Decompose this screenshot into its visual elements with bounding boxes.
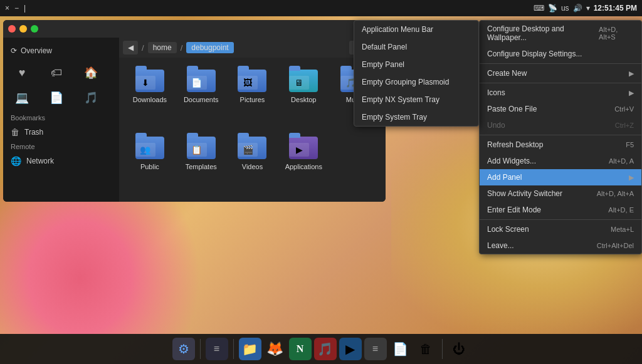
path-current[interactable]: debugpoint	[186, 42, 233, 53]
ctx-divider-3	[480, 135, 641, 135]
sidebar-overview[interactable]: ⟳ Overview	[3, 43, 119, 59]
sidebar-trash[interactable]: 🗑 Trash	[3, 124, 119, 140]
ctx-add-panel[interactable]: Add Panel ▶	[480, 169, 641, 185]
taskbar-power-icon[interactable]: ⏻	[448, 338, 470, 360]
fm-min-btn[interactable]	[19, 25, 27, 33]
ctx-leave-label: Leave...	[487, 241, 514, 250]
folder-applications-inner-icon: ▶	[289, 143, 309, 157]
ctx-refresh-shortcut: F5	[626, 141, 634, 148]
sidebar-place-home[interactable]: 🏠	[80, 61, 102, 84]
ctx-paste-file-shortcut: Ctrl+V	[614, 105, 634, 113]
ctx-add-panel-label: Add Panel	[487, 173, 522, 182]
desktop-context-menu: Configure Desktop and Wallpaper... Alt+D…	[479, 20, 642, 254]
folder-public-inner-icon: 👥	[135, 143, 155, 157]
volume-icon[interactable]: 🔊	[573, 4, 582, 13]
submenu-app-menu-bar[interactable]: Application Menu Bar	[354, 21, 478, 38]
folder-applications-label: Applications	[285, 163, 322, 170]
submenu-empty-system-tray[interactable]: Empty System Tray	[354, 108, 478, 126]
folder-documents[interactable]: 📄 Documents	[177, 64, 226, 128]
overview-icon: ⟳	[11, 46, 17, 55]
taskbar-editor-icon[interactable]: N	[289, 338, 312, 360]
taskbar-bar-icon[interactable]: ≡	[364, 338, 387, 360]
submenu-empty-panel-label: Empty Panel	[362, 60, 404, 69]
submenu-default-panel[interactable]: Default Panel	[354, 38, 478, 56]
file-manager-sidebar: ⟳ Overview ♥ 🏷 🏠 💻 📄 🎵 Bookmarks 🗑 Trash…	[3, 38, 119, 202]
ctx-refresh[interactable]: Refresh Desktop F5	[480, 137, 641, 153]
fm-max-btn[interactable]	[31, 25, 38, 33]
sidebar-remote-header: Remote	[3, 140, 119, 153]
folder-desktop[interactable]: 🖥 Desktop	[279, 64, 328, 128]
folder-pictures-icon: 🖼	[236, 68, 268, 94]
ctx-activity-switcher-label: Show Activity Switcher	[487, 189, 562, 198]
folder-documents-inner-icon: 📄	[187, 76, 207, 90]
taskbar-plasma-icon[interactable]: ⚙	[172, 338, 195, 360]
folder-public[interactable]: 👥 Public	[125, 131, 174, 195]
sidebar-network[interactable]: 🌐 Network	[3, 153, 119, 169]
submenu-empty-nx-tray[interactable]: Empty NX System Tray	[354, 91, 478, 108]
keyboard-icon[interactable]: ⌨	[534, 4, 544, 13]
window-close-icon[interactable]: ×	[5, 4, 9, 13]
ctx-lock-screen-shortcut: Meta+L	[611, 226, 634, 233]
ctx-lock-screen[interactable]: Lock Screen Meta+L	[480, 221, 641, 237]
language-indicator[interactable]: us	[561, 4, 569, 13]
submenu-empty-panel[interactable]: Empty Panel	[354, 56, 478, 73]
sidebar-place-computer[interactable]: 💻	[11, 86, 33, 109]
ctx-undo[interactable]: Undo Ctrl+Z	[480, 117, 641, 133]
ctx-activity-switcher[interactable]: Show Activity Switcher Alt+D, Alt+A	[480, 185, 641, 202]
submenu-empty-grouping[interactable]: Empty Grouping Plasmoid	[354, 73, 478, 91]
taskbar-media-icon[interactable]: ▶	[339, 338, 362, 360]
network-icon[interactable]: 📡	[548, 4, 557, 13]
fm-close-btn[interactable]	[8, 25, 16, 33]
folder-downloads-label: Downloads	[133, 96, 167, 103]
sidebar-bookmarks-header: Bookmarks	[3, 112, 119, 124]
taskbar-trash-icon[interactable]: 🗑	[414, 338, 437, 360]
folder-pictures[interactable]: 🖼 Pictures	[228, 64, 277, 128]
ctx-divider-1	[480, 63, 641, 64]
ctx-create-new-label: Create New	[487, 69, 527, 78]
submenu-empty-nx-tray-label: Empty NX System Tray	[362, 95, 439, 104]
ctx-configure-desktop-shortcut: Alt+D, Alt+S	[599, 26, 634, 41]
nav-back-button[interactable]: ◀	[123, 41, 138, 55]
taskbar: ⚙ ≡ 📁 🦊 N 🎵 ▶ ≡ 📄 🗑 ⏻	[0, 334, 642, 364]
ctx-configure-desktop[interactable]: Configure Desktop and Wallpaper... Alt+D…	[480, 21, 641, 46]
folder-public-label: Public	[140, 163, 159, 170]
file-manager-main: ◀ / home / debugpoint ⋮ ⊞ ⬇ Downloads	[119, 38, 386, 202]
file-manager-content: ⟳ Overview ♥ 🏷 🏠 💻 📄 🎵 Bookmarks 🗑 Trash…	[3, 38, 386, 202]
folder-pictures-inner-icon: 🖼	[238, 76, 258, 90]
ctx-add-widgets[interactable]: Add Widgets... Alt+D, A	[480, 153, 641, 169]
sidebar-place-documents[interactable]: 📄	[45, 86, 68, 109]
folder-videos[interactable]: 🎬 Videos	[228, 131, 277, 195]
window-min-icon[interactable]: −	[14, 4, 19, 13]
top-bar: × − | ⌨ 📡 us 🔊 ▾ 12:51:45 PM	[0, 0, 642, 16]
ctx-icons[interactable]: Icons ▶	[480, 85, 641, 101]
folder-pictures-label: Pictures	[240, 96, 265, 103]
taskbar-note-icon[interactable]: 📄	[389, 338, 412, 360]
taskbar-sep-2	[233, 339, 234, 359]
taskbar-firefox-icon[interactable]: 🦊	[264, 338, 287, 360]
ctx-add-widgets-shortcut: Alt+D, A	[609, 157, 634, 165]
ctx-create-new[interactable]: Create New ▶	[480, 65, 641, 81]
folder-downloads-icon: ⬇	[134, 68, 166, 94]
sidebar-place-music[interactable]: 🎵	[80, 86, 102, 109]
ctx-divider-4	[480, 219, 641, 220]
folder-templates[interactable]: 📋 Templates	[177, 131, 226, 195]
ctx-edit-mode[interactable]: Enter Edit Mode Alt+D, E	[480, 202, 641, 218]
taskbar-sep-3	[442, 339, 443, 359]
folder-downloads[interactable]: ⬇ Downloads	[125, 64, 174, 128]
ctx-activity-switcher-shortcut: Alt+D, Alt+A	[597, 190, 634, 197]
sidebar-place-tags[interactable]: 🏷	[45, 61, 68, 84]
sidebar-places-icons: ♥ 🏷 🏠 💻 📄 🎵	[3, 59, 119, 112]
taskbar-files-icon[interactable]: 📁	[239, 338, 261, 360]
folder-documents-label: Documents	[184, 96, 219, 103]
ctx-paste-file[interactable]: Paste One File Ctrl+V	[480, 101, 641, 117]
sidebar-place-favorites[interactable]: ♥	[11, 61, 33, 84]
taskbar-audio-icon[interactable]: 🎵	[314, 338, 337, 360]
taskbar-app-launcher[interactable]: ≡	[206, 338, 228, 360]
file-grid: ⬇ Downloads 📄 Documents 🖼 Pictures	[119, 58, 386, 202]
path-home[interactable]: home	[148, 42, 177, 53]
folder-downloads-inner-icon: ⬇	[135, 76, 155, 90]
ctx-display-settings[interactable]: Configure Display Settings...	[480, 46, 641, 62]
ctx-leave[interactable]: Leave... Ctrl+Alt+Del	[480, 237, 641, 254]
battery-icon[interactable]: ▾	[586, 4, 590, 13]
folder-applications[interactable]: ▶ Applications	[279, 131, 328, 195]
